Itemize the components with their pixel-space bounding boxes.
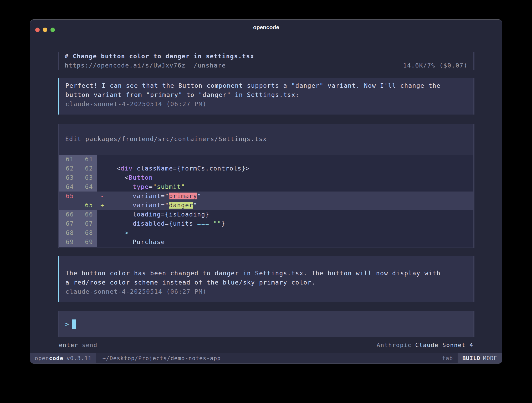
edit-tool-block: Edit packages/frontend/src/containers/Se…	[58, 124, 474, 248]
tab-key-hint: tab	[442, 353, 453, 363]
provider-label: Anthropic	[377, 342, 412, 348]
app-name: opencode	[35, 355, 63, 361]
model-indicator: AnthropicClaude Sonnet 4	[377, 340, 473, 350]
diff-row: 65- variant="primary"	[59, 192, 473, 201]
diff-row: 65+ variant="danger"	[59, 201, 473, 210]
diff-row: 6262 <div className={formCs.controls}>	[59, 164, 473, 173]
diff-row: 6868 >	[59, 228, 473, 237]
prompt-input[interactable]: >	[58, 311, 474, 337]
prompt-symbol: >	[65, 320, 69, 329]
message-meta: claude-sonnet-4-20250514 (06:27 PM)	[65, 100, 467, 109]
text-cursor	[72, 319, 76, 329]
mode-suffix: MODE	[483, 355, 497, 361]
hints-row: entersend AnthropicClaude Sonnet 4	[58, 340, 474, 350]
assistant-message: Perfect! I can see that the Button compo…	[58, 78, 474, 115]
mode-name: BUILD	[462, 355, 480, 361]
send-hint-key: enter	[59, 342, 78, 348]
diff-row: 6969 Purchase	[59, 237, 473, 247]
working-directory: ~/Desktop/Projects/demo-notes-app	[103, 353, 221, 363]
diff-row: 6464 type="submit"	[59, 182, 473, 192]
model-label: Claude Sonnet 4	[415, 342, 473, 348]
send-hint-label: send	[82, 342, 98, 348]
unshare-command[interactable]: /unshare	[193, 62, 226, 69]
window-title: opencode	[30, 20, 502, 35]
app-version-segment: opencodev0.3.11	[30, 353, 96, 363]
session-title: # Change button color to danger in setti…	[65, 52, 468, 61]
status-bar: opencodev0.3.11 ~/Desktop/Projects/demo-…	[30, 353, 502, 363]
opencode-window: opencode # Change button color to danger…	[30, 19, 502, 364]
share-url[interactable]: https://opencode.ai/s/UwJxv76z	[65, 62, 186, 69]
diff-row: 6161	[59, 155, 473, 164]
titlebar: opencode	[30, 20, 502, 35]
message-text: Perfect! I can see that the Button compo…	[65, 81, 467, 100]
diff-rows: 61616262 <div className={formCs.controls…	[59, 155, 473, 247]
message-meta: claude-sonnet-4-20250514 (06:27 PM)	[65, 287, 467, 296]
context-usage: 14.6K/7% ($0.07)	[403, 61, 468, 70]
mode-indicator[interactable]: BUILDMODE	[458, 353, 502, 363]
assistant-message: The button color has been changed to dan…	[58, 256, 474, 302]
diff-row: 6363 <Button	[59, 173, 473, 182]
diff-row: 6767 disabled={units === ""}	[59, 219, 473, 228]
edit-tool-title: Edit packages/frontend/src/containers/Se…	[59, 124, 473, 155]
message-text: The button color has been changed to dan…	[65, 269, 467, 287]
session-header: # Change button color to danger in setti…	[58, 52, 474, 70]
diff-row: 6666 loading={isLoading}	[59, 210, 473, 219]
app-version: v0.3.11	[66, 355, 92, 361]
send-hint: entersend	[59, 340, 98, 350]
